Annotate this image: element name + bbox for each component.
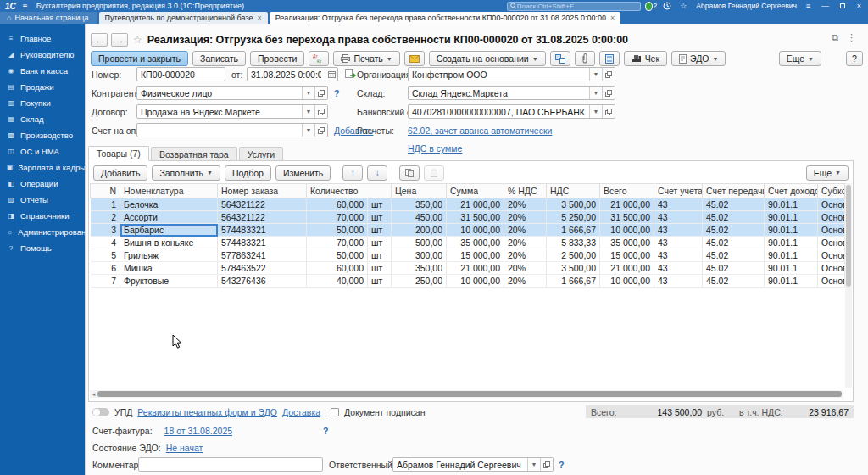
cell-sum[interactable]: 21 000,00 bbox=[447, 262, 504, 275]
forward-button[interactable]: → bbox=[111, 33, 128, 47]
warehouse-field[interactable]: ▼ bbox=[408, 86, 615, 100]
sidebar-item-руководителю[interactable]: ◢Руководителю bbox=[0, 47, 85, 63]
reports-list-button[interactable] bbox=[599, 51, 620, 66]
open-link-icon[interactable] bbox=[540, 458, 553, 471]
cell-transfer_account[interactable]: 45.02 bbox=[703, 262, 765, 275]
cell-vat[interactable]: 2 500,00 bbox=[547, 249, 600, 262]
delivery-link[interactable]: Доставка bbox=[282, 407, 320, 417]
cell-transfer_account[interactable]: 45.02 bbox=[703, 198, 765, 211]
cell-n[interactable]: 7 bbox=[91, 275, 120, 288]
cell-income_account[interactable]: 90.01.1 bbox=[765, 262, 818, 275]
tab-returnable-packaging[interactable]: Возвратная тара bbox=[151, 147, 237, 161]
cell-sum[interactable]: 35 000,00 bbox=[447, 237, 504, 249]
sidebar-item-помощь[interactable]: ?Помощь bbox=[0, 240, 85, 256]
history-icon[interactable] bbox=[661, 1, 673, 11]
cell-income_account[interactable]: 90.01.1 bbox=[765, 237, 818, 249]
cell-order[interactable]: 574483321 bbox=[218, 224, 307, 237]
chevron-down-icon[interactable]: ▼ bbox=[302, 105, 314, 118]
minimize-icon[interactable]: — bbox=[820, 2, 831, 10]
cell-income_account[interactable]: 90.01.1 bbox=[765, 211, 818, 224]
edo-button[interactable]: ЭДО▼ bbox=[671, 51, 726, 66]
invoice-for-payment-field[interactable]: ▼ bbox=[136, 123, 328, 137]
email-button[interactable] bbox=[404, 51, 425, 66]
cell-subconto[interactable]: Основная н bbox=[818, 249, 845, 262]
grid-more-button[interactable]: Еще▼ bbox=[806, 165, 849, 181]
vat-in-sum-link[interactable]: НДС в сумме bbox=[408, 143, 462, 154]
cell-account[interactable]: 43 bbox=[654, 237, 703, 249]
related-documents-button[interactable] bbox=[550, 51, 570, 66]
chevron-down-icon[interactable]: ▼ bbox=[589, 68, 602, 81]
cell-n[interactable]: 3 bbox=[91, 224, 120, 237]
column-header[interactable]: Цена bbox=[392, 184, 447, 198]
cell-qty[interactable]: 50,000 bbox=[307, 249, 368, 262]
print-button[interactable]: Печать▼ bbox=[333, 51, 399, 66]
favorites-star-icon[interactable]: ☆ bbox=[677, 1, 689, 11]
sidebar-item-склад[interactable]: ▦Склад bbox=[0, 111, 85, 127]
sidebar-item-справочники[interactable]: ◨Справочники bbox=[0, 208, 85, 224]
cell-unit[interactable]: шт bbox=[368, 198, 392, 211]
move-up-button[interactable]: ↑ bbox=[342, 165, 363, 181]
cell-unit[interactable]: шт bbox=[368, 275, 392, 288]
responsible-help-icon[interactable]: ? bbox=[559, 460, 564, 470]
window-tab-0[interactable]: Путеводитель по демонстрационной базе× bbox=[99, 12, 268, 24]
cell-income_account[interactable]: 90.01.1 bbox=[765, 224, 818, 237]
document-signed-checkbox[interactable] bbox=[331, 408, 339, 416]
cell-subconto[interactable]: Основная н bbox=[818, 237, 845, 249]
paste-rows-button[interactable] bbox=[424, 165, 444, 181]
copy-rows-button[interactable] bbox=[399, 165, 420, 181]
cell-n[interactable]: 1 bbox=[91, 198, 120, 211]
cell-price[interactable]: 250,00 bbox=[392, 275, 447, 288]
column-header[interactable]: Счет передачи bbox=[703, 184, 765, 198]
column-header[interactable]: N bbox=[91, 184, 120, 198]
cell-qty[interactable]: 40,000 bbox=[307, 275, 368, 288]
cell-total[interactable]: 21 000,00 bbox=[600, 198, 654, 211]
sidebar-item-зарплата-и-кадры[interactable]: ▣Зарплата и кадры bbox=[0, 159, 85, 176]
settlements-link[interactable]: 62.02, зачет аванса автоматически bbox=[408, 126, 552, 136]
bank-account-field[interactable]: ▼ bbox=[408, 104, 615, 119]
help-button[interactable]: ? bbox=[846, 51, 863, 66]
vertical-scrollbar[interactable] bbox=[845, 183, 852, 388]
cell-qty[interactable]: 60,000 bbox=[307, 262, 368, 275]
cell-qty[interactable]: 50,000 bbox=[307, 224, 368, 237]
chevron-down-icon[interactable]: ▼ bbox=[589, 105, 602, 118]
cell-price[interactable]: 200,00 bbox=[392, 224, 447, 237]
cell-name[interactable]: Вишня в коньяке bbox=[120, 237, 218, 249]
cell-vat[interactable]: 1 666,67 bbox=[547, 275, 600, 288]
print-forms-edo-link[interactable]: Реквизиты печатных форм и ЭДО bbox=[137, 407, 277, 417]
cell-transfer_account[interactable]: 45.02 bbox=[703, 249, 765, 262]
column-header[interactable]: Счет учета bbox=[654, 184, 703, 198]
cell-vat_rate[interactable]: 20% bbox=[504, 198, 547, 211]
home-tab[interactable]: ⌂ Начальная страница bbox=[0, 12, 97, 24]
sidebar-item-главное[interactable]: ≡Главное bbox=[0, 31, 85, 47]
cell-order[interactable]: 574483321 bbox=[218, 237, 307, 249]
cell-subconto[interactable]: Основная н bbox=[818, 275, 845, 288]
create-subordinate-icon[interactable] bbox=[345, 69, 356, 79]
chevron-down-icon[interactable]: ▼ bbox=[589, 87, 602, 99]
cell-vat_rate[interactable]: 20% bbox=[504, 275, 547, 288]
cell-sum[interactable]: 31 500,00 bbox=[447, 211, 504, 224]
cell-account[interactable]: 43 bbox=[654, 224, 703, 237]
cell-order[interactable]: 564321122 bbox=[218, 198, 307, 211]
favorite-star-icon[interactable]: ☆ bbox=[133, 34, 142, 46]
horizontal-scrollbar[interactable]: ◄ bbox=[90, 390, 843, 398]
sidebar-item-производство[interactable]: ▩Производство bbox=[0, 127, 85, 143]
cell-sum[interactable]: 10 000,00 bbox=[447, 224, 504, 237]
cell-income_account[interactable]: 90.01.1 bbox=[765, 198, 818, 211]
cell-qty[interactable]: 70,000 bbox=[307, 237, 368, 249]
cell-sum[interactable]: 10 000,00 bbox=[447, 275, 504, 288]
calendar-icon[interactable] bbox=[325, 68, 337, 81]
table-row[interactable]: 4Вишня в коньяке57448332170,000шт500,003… bbox=[91, 237, 845, 249]
cell-subconto[interactable]: Основная н bbox=[818, 262, 845, 275]
cell-subconto[interactable]: Основная н bbox=[818, 198, 845, 211]
cell-vat[interactable]: 5 250,00 bbox=[547, 211, 600, 224]
vscroll-thumb[interactable] bbox=[846, 185, 851, 287]
main-menu-icon[interactable]: ≡ bbox=[23, 2, 28, 11]
tab-services[interactable]: Услуги bbox=[239, 147, 283, 161]
cell-total[interactable]: 35 000,00 bbox=[600, 237, 654, 249]
cell-order[interactable]: 543276436 bbox=[218, 275, 307, 288]
column-header[interactable]: Количество bbox=[307, 184, 392, 198]
column-header[interactable]: Счет доходов bbox=[765, 184, 818, 198]
cell-vat_rate[interactable]: 20% bbox=[504, 224, 547, 237]
invoice-help-icon[interactable]: ? bbox=[323, 426, 328, 436]
open-link-icon[interactable] bbox=[314, 105, 327, 118]
